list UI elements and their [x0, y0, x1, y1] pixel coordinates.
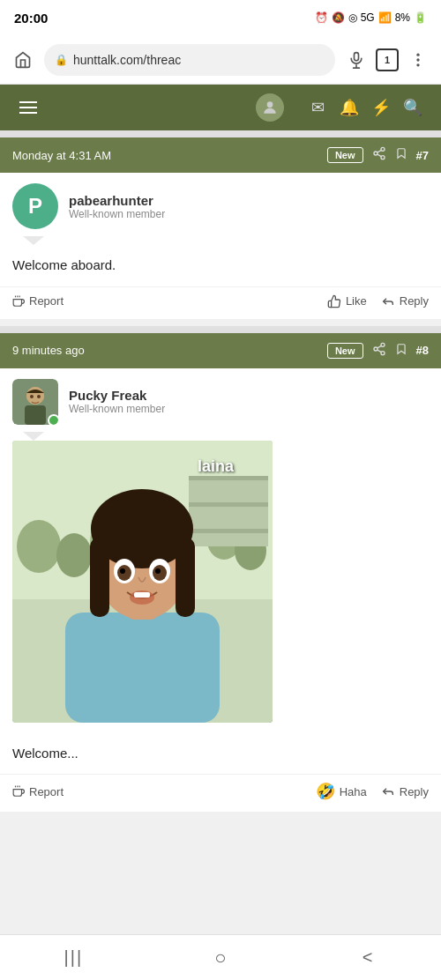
bottom-menu-icon: |||	[64, 947, 84, 968]
post-number-2: #8	[416, 344, 429, 357]
svg-point-25	[37, 395, 41, 398]
svg-point-17	[381, 351, 385, 354]
status-time: 20:00	[14, 11, 48, 26]
svg-point-3	[416, 53, 419, 56]
post-card-1: Monday at 4:31 AM New #7 P	[0, 137, 441, 319]
post-header-2: 9 minutes ago New #8	[0, 333, 441, 368]
reply-label-2: Reply	[400, 785, 429, 798]
post-header-1: Monday at 4:31 AM New #7	[0, 137, 441, 173]
network-label: 5G	[361, 11, 375, 24]
status-bar: 20:00 ⏰ 🔕 ◎ 5G 📶 8% 🔋	[0, 0, 441, 35]
svg-point-7	[381, 147, 385, 151]
forum-nav: ✉ 🔔 ⚡ 🔍	[0, 85, 441, 130]
lock-icon: 🔒	[55, 54, 68, 66]
bottom-back-button[interactable]: <	[341, 939, 394, 977]
haha-action-2[interactable]: 🤣 Haha	[316, 782, 367, 801]
browser-bar: 🔒 hunttalk.com/threac 1	[0, 35, 441, 85]
bubble-tail-2	[23, 432, 44, 441]
tab-count[interactable]: 1	[376, 48, 399, 71]
bottom-menu-button[interactable]: |||	[47, 939, 100, 977]
svg-point-5	[416, 63, 419, 66]
post-card-2: 9 minutes ago New #8	[0, 333, 441, 813]
username-2[interactable]: Pucky Freak	[69, 388, 165, 403]
reply-label-1: Reply	[400, 294, 429, 308]
like-action-1[interactable]: Like	[327, 294, 367, 308]
bottom-back-icon: <	[363, 947, 373, 968]
svg-line-19	[377, 345, 381, 348]
bookmark-icon-2[interactable]	[395, 342, 407, 360]
post-timestamp-2: 9 minutes ago	[12, 344, 318, 357]
svg-point-8	[374, 152, 377, 155]
share-icon-1[interactable]	[372, 146, 386, 164]
like-label-1: Like	[346, 294, 367, 308]
online-indicator-2	[48, 414, 58, 425]
content-area: Monday at 4:31 AM New #7 P	[0, 137, 441, 872]
svg-line-10	[377, 154, 381, 157]
bookmark-icon-1[interactable]	[395, 146, 407, 164]
svg-rect-36	[189, 529, 268, 533]
alarm-icon: ⏰	[315, 11, 328, 24]
browser-menu-button[interactable]	[404, 46, 432, 74]
share-icon-2[interactable]	[372, 342, 386, 360]
reply-action-2[interactable]: Reply	[381, 784, 429, 798]
bell-icon[interactable]: 🔔	[333, 92, 365, 123]
nav-avatar[interactable]	[256, 93, 284, 122]
haha-label-2: Haha	[340, 785, 367, 798]
hamburger-menu[interactable]	[12, 94, 44, 121]
post-number-1: #7	[416, 149, 429, 162]
svg-point-16	[374, 347, 377, 351]
svg-point-29	[56, 533, 92, 577]
mail-icon[interactable]: ✉	[302, 92, 333, 123]
post-user-row-2: Pucky Freak Well-known member	[0, 368, 441, 432]
username-1[interactable]: pabearhunter	[69, 193, 165, 208]
svg-point-6	[267, 101, 273, 108]
report-label-2: Report	[29, 785, 64, 798]
flash-icon[interactable]: ⚡	[365, 92, 397, 123]
haha-emoji: 🤣	[316, 782, 335, 801]
wifi-icon: ◎	[348, 11, 357, 24]
user-info-2: Pucky Freak Well-known member	[69, 388, 165, 415]
mute-icon: 🔕	[332, 11, 345, 24]
post-image-2: laina	[12, 441, 273, 723]
svg-rect-33	[189, 476, 268, 546]
user-role-1: Well-known member	[69, 208, 165, 220]
battery-label: 8%	[395, 11, 410, 24]
separator-2	[0, 326, 441, 333]
report-action-1[interactable]: Report	[12, 294, 327, 308]
bottom-home-button[interactable]: ○	[194, 939, 247, 977]
microphone-button[interactable]	[342, 46, 370, 74]
browser-url-bar[interactable]: 🔒 hunttalk.com/threac	[44, 44, 335, 76]
post-new-badge-2[interactable]: New	[327, 343, 363, 359]
bottom-nav: ||| ○ <	[0, 934, 441, 980]
search-icon[interactable]: 🔍	[397, 92, 429, 123]
meme-image: laina	[12, 441, 273, 723]
bottom-home-icon: ○	[214, 947, 226, 969]
signal-icon: 📶	[378, 11, 392, 24]
svg-rect-34	[189, 476, 268, 480]
svg-point-15	[381, 343, 385, 346]
browser-actions: 1	[342, 46, 432, 74]
svg-point-48	[120, 568, 125, 574]
reply-action-1[interactable]: Reply	[381, 294, 429, 308]
svg-point-28	[17, 520, 61, 573]
svg-rect-22	[25, 405, 46, 425]
svg-point-24	[30, 395, 34, 398]
post-content-2: Welcome...	[0, 733, 441, 775]
svg-rect-43	[176, 538, 195, 617]
browser-home-button[interactable]	[9, 46, 37, 74]
post-new-badge-1[interactable]: New	[327, 147, 363, 163]
user-role-2: Well-known member	[69, 403, 165, 415]
svg-rect-35	[189, 502, 268, 507]
report-label-1: Report	[29, 294, 64, 308]
svg-point-4	[416, 58, 419, 61]
user-avatar-1[interactable]: P	[12, 183, 58, 229]
battery-icon: 🔋	[414, 11, 427, 24]
post-actions-2: Report 🤣 Haha Reply	[0, 774, 441, 812]
url-text: hunttalk.com/threac	[73, 53, 181, 67]
action-right-2: 🤣 Haha Reply	[316, 782, 429, 801]
report-action-2[interactable]: Report	[12, 785, 316, 798]
svg-point-49	[155, 568, 161, 574]
post-actions-1: Report Like Reply	[0, 286, 441, 319]
status-icons: ⏰ 🔕 ◎ 5G 📶 8% 🔋	[315, 11, 427, 24]
user-avatar-2[interactable]	[12, 379, 58, 425]
